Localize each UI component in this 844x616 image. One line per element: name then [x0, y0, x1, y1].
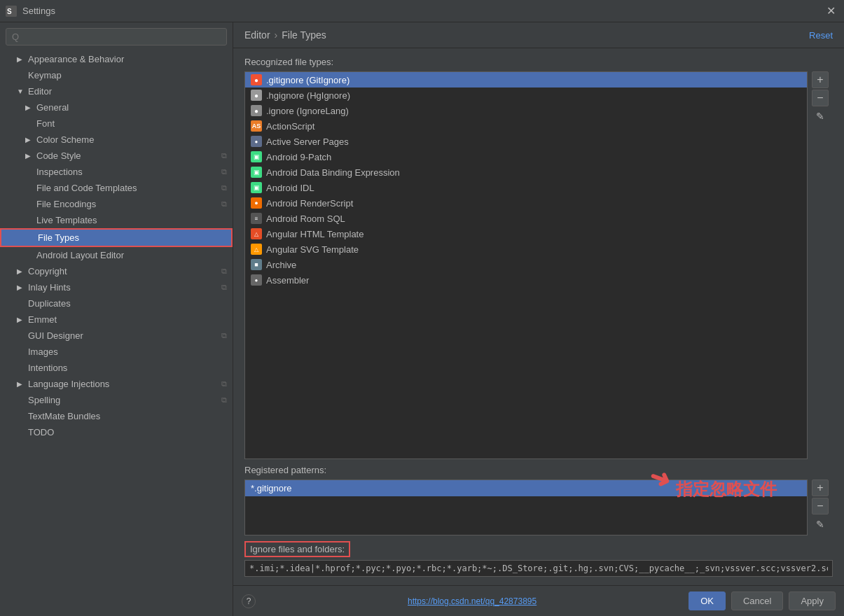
file-type-item[interactable]: △ Angular HTML Template — [245, 226, 807, 241]
file-type-icon: ■ — [251, 259, 262, 270]
arrow-icon: ▶ — [25, 152, 34, 160]
sidebar-item-gui-designer[interactable]: GUI Designer ⧉ — [0, 328, 233, 344]
sidebar-item-file-and-code-templates[interactable]: File and Code Templates ⧉ — [0, 180, 233, 196]
sidebar-item-intentions[interactable]: Intentions — [0, 360, 233, 376]
search-input[interactable] — [6, 28, 227, 46]
file-type-icon: ▣ — [251, 167, 262, 178]
footer: ? https://blog.csdn.net/qq_42873895 OK C… — [233, 585, 844, 616]
file-type-item[interactable]: ● Active Server Pages — [245, 134, 807, 149]
sidebar-item-label: Inlay Hints — [28, 282, 71, 293]
file-type-item[interactable]: ≡ Android Room SQL — [245, 211, 807, 226]
sidebar-item-spelling[interactable]: Spelling ⧉ — [0, 392, 233, 408]
file-type-name: Android RenderScript — [266, 198, 353, 209]
file-type-icon: ▣ — [251, 182, 262, 193]
sidebar-item-font[interactable]: Font — [0, 115, 233, 132]
add-file-type-button[interactable]: + — [812, 71, 829, 88]
sidebar-item-label: File and Code Templates — [36, 183, 137, 193]
file-type-item[interactable]: ● .gitignore (GitIgnore) — [245, 72, 807, 88]
ignore-files-input[interactable] — [244, 560, 833, 577]
sidebar-item-appearance-behavior[interactable]: ▶ Appearance & Behavior — [0, 51, 233, 67]
sidebar-item-color-scheme[interactable]: ▶ Color Scheme — [0, 132, 233, 148]
sidebar-item-todo[interactable]: TODO — [0, 424, 233, 440]
breadcrumb-separator: › — [275, 29, 278, 41]
close-button[interactable]: ✕ — [824, 4, 838, 18]
file-type-item[interactable]: ■ Archive — [245, 257, 807, 272]
sidebar-item-label: Android Layout Editor — [36, 250, 124, 260]
remove-file-type-button[interactable]: − — [812, 90, 829, 106]
file-type-item[interactable]: ● Android RenderScript — [245, 195, 807, 211]
sidebar-item-label: Font — [36, 118, 55, 129]
file-type-item[interactable]: ▣ Android Data Binding Expression — [245, 164, 807, 180]
remove-pattern-button[interactable]: − — [812, 498, 829, 514]
file-types-controls: + − ✎ — [808, 71, 833, 459]
sidebar-item-inspections[interactable]: Inspections ⧉ — [0, 164, 233, 180]
ok-button[interactable]: OK — [689, 592, 726, 610]
sidebar-item-code-style[interactable]: ▶ Code Style ⧉ — [0, 148, 233, 164]
patterns-list: *.gitignore — [244, 479, 808, 536]
file-type-item[interactable]: ● .ignore (IgnoreLang) — [245, 103, 807, 118]
sidebar: ▶ Appearance & Behavior Keymap ▼ Editor … — [0, 22, 233, 616]
file-type-name: .gitignore (GitIgnore) — [266, 75, 350, 85]
sidebar-item-label: Copyright — [28, 266, 67, 276]
arrow-icon: ▶ — [17, 316, 25, 323]
sidebar-item-live-templates[interactable]: Live Templates — [0, 212, 233, 228]
footer-link[interactable]: https://blog.csdn.net/qq_42873895 — [408, 596, 537, 606]
sidebar-item-label: Color Scheme — [36, 134, 94, 145]
file-type-name: .hgignore (HgIgnore) — [266, 90, 350, 101]
sidebar-item-duplicates[interactable]: Duplicates — [0, 295, 233, 312]
sidebar-item-images[interactable]: Images — [0, 344, 233, 360]
help-button[interactable]: ? — [242, 594, 256, 608]
copy-icon: ⧉ — [221, 151, 227, 160]
sidebar-item-emmet[interactable]: ▶ Emmet — [0, 312, 233, 328]
sidebar-item-label: File Types — [38, 232, 79, 243]
sidebar-item-editor[interactable]: ▼ Editor — [0, 83, 233, 99]
file-type-icon: AS — [251, 120, 262, 132]
sidebar-item-label: TextMate Bundles — [28, 411, 100, 421]
sidebar-item-label: Emmet — [28, 314, 57, 325]
sidebar-item-label: TODO — [28, 427, 54, 438]
content-header: Editor › File Types Reset — [233, 22, 844, 48]
sidebar-item-file-types[interactable]: File Types — [0, 228, 233, 247]
copy-icon: ⧉ — [221, 267, 227, 276]
file-type-name: .ignore (IgnoreLang) — [266, 106, 349, 116]
apply-button[interactable]: Apply — [789, 592, 836, 610]
sidebar-item-inlay-hints[interactable]: ▶ Inlay Hints ⧉ — [0, 279, 233, 295]
sidebar-item-file-encodings[interactable]: File Encodings ⧉ — [0, 196, 233, 212]
sidebar-item-android-layout-editor[interactable]: Android Layout Editor — [0, 247, 233, 263]
edit-pattern-button[interactable]: ✎ — [812, 519, 829, 530]
sidebar-item-textmate-bundles[interactable]: TextMate Bundles — [0, 408, 233, 424]
titlebar: S Settings ✕ — [0, 0, 844, 22]
file-type-item[interactable]: ● Assembler — [245, 272, 807, 288]
pattern-item[interactable]: *.gitignore — [245, 480, 807, 496]
file-type-item[interactable]: ▣ Android 9-Patch — [245, 149, 807, 164]
copy-icon: ⧉ — [221, 396, 227, 405]
file-type-item[interactable]: ▣ Android IDL — [245, 180, 807, 195]
file-type-icon: △ — [251, 244, 262, 255]
file-type-icon: ● — [251, 274, 262, 286]
file-type-icon: △ — [251, 228, 262, 239]
file-type-name: Archive — [266, 260, 296, 270]
registered-patterns-label: Registered patterns: — [244, 465, 833, 475]
file-types-section: ● .gitignore (GitIgnore) ● .hgignore (Hg… — [244, 71, 833, 459]
file-type-item[interactable]: AS ActionScript — [245, 118, 807, 134]
sidebar-item-language-injections[interactable]: ▶ Language Injections ⧉ — [0, 376, 233, 392]
sidebar-item-label: Spelling — [28, 395, 60, 405]
patterns-section: *.gitignore + − ✎ — [244, 479, 833, 536]
file-type-item[interactable]: △ Angular SVG Template — [245, 241, 807, 257]
arrow-icon: ▶ — [17, 380, 25, 388]
add-pattern-button[interactable]: + — [812, 479, 829, 496]
file-type-icon: ● — [251, 136, 262, 147]
file-type-name: Active Server Pages — [266, 136, 349, 147]
sidebar-item-keymap[interactable]: Keymap — [0, 67, 233, 83]
sidebar-item-general[interactable]: ▶ General — [0, 99, 233, 115]
edit-file-type-button[interactable]: ✎ — [812, 111, 829, 122]
app-icon: S — [6, 6, 17, 17]
reset-button[interactable]: Reset — [809, 30, 833, 41]
file-type-name: Android Data Binding Expression — [266, 167, 400, 178]
arrow-icon: ▶ — [17, 267, 25, 275]
file-type-name: Angular SVG Template — [266, 244, 359, 255]
sidebar-item-label: Appearance & Behavior — [28, 54, 124, 64]
sidebar-item-copyright[interactable]: ▶ Copyright ⧉ — [0, 263, 233, 279]
cancel-button[interactable]: Cancel — [731, 592, 783, 610]
file-type-item[interactable]: ● .hgignore (HgIgnore) — [245, 88, 807, 103]
